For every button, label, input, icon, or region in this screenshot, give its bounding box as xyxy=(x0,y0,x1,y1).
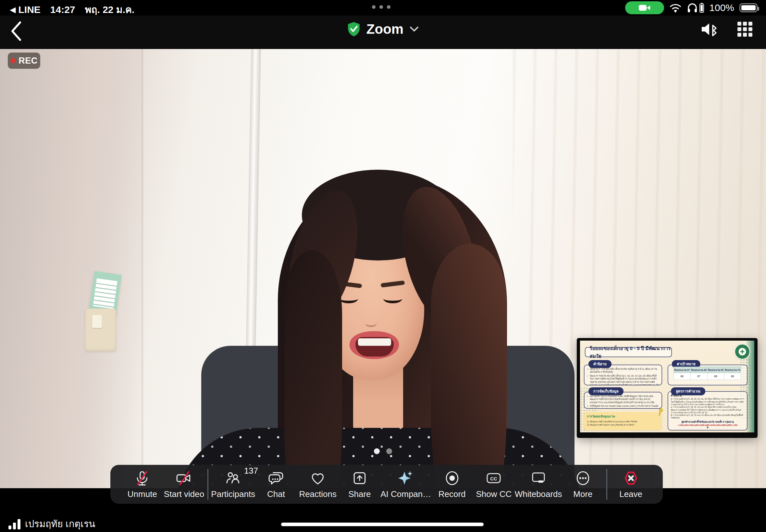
ai-companion-button[interactable]: AI Compan… xyxy=(380,470,431,499)
reactions-button[interactable]: Reactions xyxy=(297,470,339,499)
slide-title-bar: ร้อยละของเด็กอายุ 0 - 5 ปี มีพัฒนาการสมว… xyxy=(585,347,672,357)
unmute-button[interactable]: Unmute xyxy=(121,470,163,499)
quality-note-box: การวัดผลเชิงคุณภาพ 1) เชิงคุณภาพด้านผลลั… xyxy=(584,412,662,430)
security-shield-icon xyxy=(347,22,360,37)
chat-icon xyxy=(268,470,284,486)
eye xyxy=(383,294,402,303)
participants-icon xyxy=(225,470,241,486)
toolbar-divider xyxy=(207,469,208,500)
participants-button[interactable]: 137 Participants xyxy=(211,470,255,499)
more-button[interactable]: More xyxy=(562,470,604,499)
participants-label: Participants xyxy=(211,489,255,499)
share-screen-icon xyxy=(351,470,368,486)
status-bar: ◀ LINE 14:27 พฤ. 22 ม.ค. xyxy=(0,0,766,16)
definition-bullet: เด็กอายุ 0 - 5 ปี หมายถึง เด็กแรกเกิด จน… xyxy=(588,368,659,374)
apps-grid-icon[interactable] xyxy=(737,21,753,37)
page-dot-active[interactable] xyxy=(374,448,380,454)
start-video-label: Start video xyxy=(164,489,204,499)
slide-title: ร้อยละของเด็กอายุ 0 - 5 ปี มีพัฒนาการสมว… xyxy=(590,345,672,360)
leave-label: Leave xyxy=(619,489,642,499)
formula-denominator: B xyxy=(671,426,745,429)
multitask-dots-icon xyxy=(372,5,391,9)
formula-box: คำอธิบาย A = จำนวนเด็กอายุ 9, 18, 30, 42… xyxy=(668,391,748,430)
chat-button[interactable]: Chat xyxy=(255,470,297,499)
formula-pill: สูตรการคำนวณ xyxy=(671,387,705,395)
active-speaker-name-tag: เปรมฤทัย เกตุเรน xyxy=(8,516,95,531)
back-to-app-label: LINE xyxy=(18,4,40,15)
more-label: More xyxy=(573,489,592,499)
leave-icon xyxy=(623,470,639,486)
clock: 14:27 xyxy=(50,4,75,15)
chat-label: Chat xyxy=(267,489,285,499)
formula-expression: = [(A9+a9)+(A18+a18)+(A30+a30)+(A42+a42)… xyxy=(671,424,745,426)
headphones-battery-icon xyxy=(699,3,704,13)
quality-note-title: การวัดผลเชิงคุณภาพ xyxy=(587,414,659,419)
share-label: Share xyxy=(348,489,371,499)
mouth-open xyxy=(355,337,394,357)
definition-bullet: พัฒนาการสมวัย หมายถึง เด็กอายุ 9, 18, 30… xyxy=(588,374,659,385)
medical-emblem-icon xyxy=(740,350,744,354)
page-dot[interactable] xyxy=(386,448,392,454)
participant-name: เปรมฤทัย เกตุเรน xyxy=(25,516,95,531)
camera-in-use-indicator[interactable] xyxy=(625,1,664,14)
wall-corner xyxy=(141,49,144,488)
back-to-line-app[interactable]: ◀ LINE xyxy=(10,4,41,15)
share-button[interactable]: Share xyxy=(339,470,381,499)
teeth xyxy=(358,338,391,346)
ministry-of-public-health-logo xyxy=(734,344,750,360)
audio-output-bluetooth-icon[interactable] xyxy=(700,21,718,38)
view-pagination-dots[interactable] xyxy=(374,448,392,454)
whiteboards-label: Whiteboards xyxy=(515,489,562,499)
ai-companion-label: AI Compan… xyxy=(380,489,431,499)
battery-percent: 100% xyxy=(709,2,734,13)
cc-glyph: CC xyxy=(490,476,497,481)
whiteboards-button[interactable]: Whiteboards xyxy=(515,470,562,499)
meeting-header: Zoom xyxy=(0,16,766,49)
leave-button[interactable]: Leave xyxy=(610,470,652,499)
chevron-down-icon xyxy=(409,26,419,32)
target-table-header: ปีงบประมาณ 70 xyxy=(724,367,741,373)
wall-background xyxy=(0,49,143,488)
wifi-icon xyxy=(669,3,682,13)
target-table-header: ปีงบประมาณ 68 xyxy=(690,367,707,373)
nose xyxy=(365,320,377,327)
participants-count-badge: 137 xyxy=(244,466,258,476)
home-indicator[interactable] xyxy=(281,523,484,526)
target-table-value: 88 xyxy=(707,373,724,380)
quality-note-line: 1) เชิงคุณภาพด้านผลลัพธ์ ตามกรอบแนวคิด P… xyxy=(587,420,659,423)
record-label: Record xyxy=(439,489,466,499)
data-collection-bullet: สถานบริการสาธารณสุขทุกระดับ บันทึกข้อมูล… xyxy=(588,395,659,404)
date: พฤ. 22 ม.ค. xyxy=(85,2,135,17)
reactions-label: Reactions xyxy=(299,489,336,499)
presentation-slide: ร้อยละของเด็กอายุ 0 - 5 ปี มีพัฒนาการสมว… xyxy=(580,341,754,432)
battery-icon xyxy=(739,3,758,12)
show-cc-label: Show CC xyxy=(476,489,512,499)
camera-icon xyxy=(638,4,651,12)
record-dot-icon xyxy=(10,58,16,63)
shared-screen-thumbnail[interactable]: ร้อยละของเด็กอายุ 0 - 5 ปี มีพัฒนาการสมว… xyxy=(577,338,758,438)
target-table: ปีงบประมาณ 67 ปีงบประมาณ 68 ปีงบประมาณ 6… xyxy=(674,367,741,380)
ai-companion-sparkle-icon xyxy=(397,470,414,487)
quality-note-line: 2) เชิงคุณภาพด้านผลกระทบ (Result) ตาม WH… xyxy=(587,423,659,427)
recording-indicator: REC xyxy=(8,53,40,69)
formula-line: B = จำนวนเด็กอายุ 9, 18, 30 และ 42 เดือน… xyxy=(671,414,745,419)
eye xyxy=(339,294,358,303)
unmute-label: Unmute xyxy=(128,489,157,499)
rec-label: REC xyxy=(18,56,38,66)
record-button[interactable]: Record xyxy=(431,470,473,499)
eyebrow xyxy=(380,281,405,288)
light-switch xyxy=(85,308,116,351)
data-collection-bullet: ส่งข้อมูลผ่านระบบ Health Data Center (HD… xyxy=(588,405,659,409)
show-cc-button[interactable]: CC Show CC xyxy=(473,470,515,499)
data-collection-pill: การจัดเก็บข้อมูล xyxy=(589,387,624,395)
start-video-button[interactable]: Start video xyxy=(163,470,205,499)
formula-line: A = จำนวนเด็กอายุ 9, 18, 30, 42 และ 60 เ… xyxy=(671,398,745,406)
back-to-app-icon: ◀ xyxy=(10,5,16,14)
target-table-value: 87 xyxy=(690,373,707,380)
meeting-title-dropdown[interactable]: Zoom xyxy=(0,21,766,37)
target-table-header: ปีงบประมาณ 69 xyxy=(707,367,724,373)
toolbar-divider xyxy=(606,469,607,500)
audio-signal-icon xyxy=(8,518,20,529)
closed-captions-icon: CC xyxy=(485,470,502,486)
video-camera-off-icon xyxy=(175,470,193,486)
